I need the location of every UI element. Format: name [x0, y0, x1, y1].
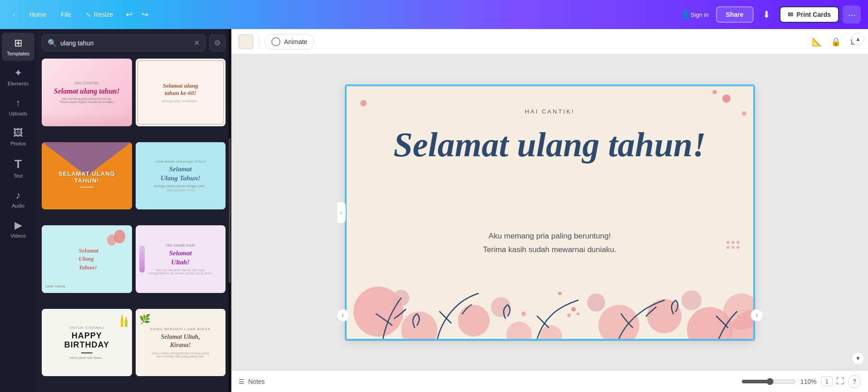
user-icon: 👤 — [681, 10, 691, 20]
svg-point-16 — [567, 313, 571, 317]
sidebar-label-uploads: Uploads — [9, 111, 27, 116]
search-input[interactable] — [60, 40, 190, 47]
zoom-slider[interactable] — [741, 378, 796, 385]
sidebar-label-elements: Elements — [8, 81, 29, 86]
left-sidebar: ⊞ Templates ✦ Elements ↑ Uploads 🖼 Photo… — [0, 29, 36, 392]
scroll-up-button[interactable]: ▲ — [852, 33, 864, 45]
uploads-icon: ↑ — [16, 97, 21, 109]
clear-search-button[interactable]: ✕ — [194, 39, 200, 47]
elements-icon: ✦ — [14, 67, 22, 79]
redo-button[interactable]: ↪ — [138, 6, 152, 23]
design-canvas[interactable]: HAI CANTIK! Selamat ulang tahun! Aku mem… — [346, 85, 754, 340]
template-card[interactable]: SELAMAT ULANGTAHUN! — [42, 142, 132, 210]
svg-point-13 — [682, 290, 701, 310]
sidebar-item-text[interactable]: T Text — [2, 153, 34, 183]
text-icon: T — [15, 157, 22, 171]
svg-point-18 — [521, 312, 526, 316]
card-subtitle: HAI CANTIK! — [347, 108, 753, 115]
main-area: ⊞ Templates ✦ Elements ↑ Uploads 🖼 Photo… — [0, 29, 868, 392]
svg-point-9 — [539, 325, 562, 339]
videos-icon: ▶ — [15, 219, 22, 231]
search-bar: 🔍 ✕ ⚙ — [36, 29, 231, 55]
svg-point-5 — [647, 299, 682, 333]
share-button[interactable]: Share — [716, 6, 754, 23]
svg-point-2 — [458, 305, 490, 337]
template-card[interactable]: KAMU BERHATI LUAR BIASA Selamat Ultah,Ki… — [136, 309, 226, 377]
templates-panel: 🔍 ✕ ⚙ HAI CANTIK! Selamat ulang tahun! A… — [36, 29, 231, 392]
svg-point-15 — [577, 313, 579, 315]
panel-collapse-button[interactable]: ‹ — [337, 202, 346, 223]
sidebar-item-elements[interactable]: ✦ Elements — [2, 63, 34, 91]
download-icon: ⬇ — [763, 9, 770, 20]
sidebar-label-text: Text — [14, 173, 23, 179]
canvas-wrapper: HAI CANTIK! Selamat ulang tahun! Aku mem… — [346, 85, 754, 340]
fullscreen-button[interactable]: ⛶ — [836, 377, 844, 386]
home-button[interactable]: Home — [24, 8, 52, 21]
print-button[interactable]: ✉ Print Cards — [780, 6, 839, 23]
template-card[interactable]: untuk wanita terbahagia di bumi SelamatU… — [136, 142, 226, 210]
animate-circle-icon — [271, 37, 280, 46]
notes-button[interactable]: ☰ Notes — [239, 378, 265, 385]
expand-icon: ⛶ — [836, 377, 844, 386]
svg-point-11 — [491, 297, 511, 317]
resize-icon: ⤡ — [86, 11, 91, 18]
download-button[interactable]: ⬇ — [757, 5, 776, 24]
sidebar-label-templates: Templates — [7, 51, 29, 56]
zoom-control: 110% 1 ⛶ ? — [741, 375, 861, 388]
ruler-icon: 📐 — [812, 37, 822, 47]
resize-button[interactable]: ⤡ Resize — [80, 8, 119, 21]
svg-point-1 — [401, 312, 437, 339]
lock-button[interactable]: 🔒 — [828, 34, 843, 50]
file-button[interactable]: File — [55, 8, 77, 21]
svg-point-3 — [506, 322, 532, 339]
svg-point-14 — [571, 307, 576, 312]
floral-decoration — [347, 239, 754, 339]
sidebar-label-audio: Audio — [12, 203, 25, 208]
card-title: Selamat ulang tahun! — [347, 125, 753, 164]
back-button[interactable]: ‹ — [7, 8, 20, 21]
search-wrapper: 🔍 ✕ — [42, 35, 206, 51]
canvas-scroll-area[interactable]: HAI CANTIK! Selamat ulang tahun! Aku mem… — [231, 55, 868, 370]
envelope-icon: ✉ — [788, 11, 793, 18]
sidebar-item-templates[interactable]: ⊞ Templates — [2, 33, 34, 61]
sidebar-label-photos: Photos — [10, 141, 26, 146]
help-button[interactable]: ? — [848, 375, 861, 388]
notes-icon: ☰ — [239, 378, 245, 385]
svg-point-12 — [587, 293, 605, 312]
more-options-button[interactable]: ··· — [843, 5, 861, 24]
svg-point-4 — [598, 305, 639, 339]
sidebar-item-audio[interactable]: ♪ Audio — [2, 185, 34, 213]
filter-button[interactable]: ⚙ — [209, 35, 226, 51]
scroll-right-button[interactable]: › — [750, 309, 763, 322]
sidebar-item-photos[interactable]: 🖼 Photos — [2, 123, 34, 151]
animate-button[interactable]: Animate — [265, 34, 314, 50]
sidebar-label-videos: Videos — [10, 233, 25, 238]
scroll-left-button[interactable]: ‹ — [337, 309, 349, 322]
undo-button[interactable]: ↩ — [122, 6, 136, 23]
signin-button[interactable]: 👤 Sign in — [677, 6, 712, 23]
page-number: 1 — [821, 377, 833, 386]
svg-point-17 — [558, 292, 562, 295]
photos-icon: 🖼 — [13, 127, 23, 139]
search-icon: 🔍 — [48, 39, 57, 47]
template-card[interactable]: Hei cewek imut! SelamatUltah! Aku kau ta… — [136, 225, 226, 293]
top-navigation: ‹ Home File ⤡ Resize ↩ ↪ 👤 Sign in Share… — [0, 0, 868, 29]
template-card[interactable]: SelamatUlangTahun! DARI HANA — [42, 225, 132, 293]
template-card[interactable]: UNTUK CINTAKU HAPPYBIRTHDAY kamu pacar l… — [42, 309, 132, 377]
template-card[interactable]: HAI CANTIK! Selamat ulang tahun! Aku mem… — [42, 59, 132, 126]
lock-icon: 🔒 — [831, 37, 841, 47]
audio-icon: ♪ — [16, 189, 21, 201]
canvas-area: Animate 📐 🔒 🗑 ▲ — [231, 29, 868, 392]
zoom-level: 110% — [799, 378, 818, 385]
ruler-button[interactable]: 📐 — [809, 34, 824, 50]
page-color-picker[interactable] — [239, 35, 253, 49]
templates-grid: HAI CANTIK! Selamat ulang tahun! Aku mem… — [36, 55, 231, 392]
sidebar-item-uploads[interactable]: ↑ Uploads — [2, 93, 34, 121]
bottom-bar: ☰ Notes 110% 1 ⛶ ? — [231, 370, 868, 392]
filter-icon: ⚙ — [214, 39, 221, 47]
template-card[interactable]: Selamat ulangtahun ke-60! semoga tetap s… — [136, 59, 226, 126]
templates-icon: ⊞ — [14, 37, 22, 49]
scroll-down-button[interactable]: ▼ — [852, 352, 864, 365]
sidebar-item-videos[interactable]: ▶ Videos — [2, 215, 34, 243]
canvas-toolbar: Animate 📐 🔒 🗑 — [231, 29, 868, 55]
